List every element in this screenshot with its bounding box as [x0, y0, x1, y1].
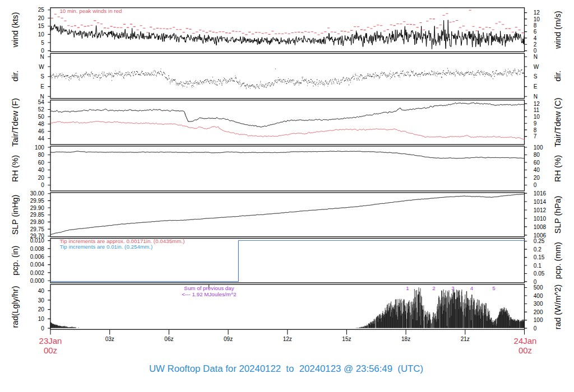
svg-text:200: 200 [534, 309, 543, 315]
svg-text:12: 12 [534, 101, 540, 107]
svg-text:pcp. (mm): pcp. (mm) [553, 242, 562, 279]
svg-text:0: 0 [534, 279, 537, 285]
svg-text:Sum of previous day: Sum of previous day [184, 285, 234, 291]
svg-text:29.75: 29.75 [30, 226, 44, 232]
svg-text:8: 8 [534, 127, 537, 133]
svg-text:20: 20 [38, 15, 45, 21]
svg-text:00z: 00z [44, 346, 57, 355]
svg-text:dir.: dir. [553, 71, 562, 82]
svg-text:54: 54 [38, 99, 45, 105]
svg-text:0.004: 0.004 [30, 262, 44, 268]
svg-text:12: 12 [534, 10, 540, 16]
svg-text:2: 2 [534, 41, 537, 48]
svg-text:SLP (inHg): SLP (inHg) [11, 195, 20, 235]
svg-text:0: 0 [534, 182, 537, 188]
svg-text:0.05: 0.05 [534, 270, 545, 277]
svg-text:0.2: 0.2 [534, 246, 541, 253]
svg-text:N: N [534, 94, 538, 100]
svg-text:0: 0 [41, 182, 44, 188]
svg-text:20: 20 [534, 175, 540, 181]
svg-text:300: 300 [534, 301, 543, 307]
svg-text:0.15: 0.15 [534, 254, 545, 260]
svg-text:10 min. peak winds in red: 10 min. peak winds in red [59, 8, 122, 14]
svg-text:N: N [534, 54, 538, 60]
svg-text:06z: 06z [164, 336, 173, 342]
svg-text:0.008: 0.008 [30, 246, 44, 252]
svg-text:0.25: 0.25 [534, 238, 545, 244]
svg-text:Tair/Tdew (C): Tair/Tdew (C) [553, 97, 562, 147]
svg-text:<--- 1.92 MJoules/m^2: <--- 1.92 MJoules/m^2 [182, 291, 236, 297]
svg-text:44: 44 [38, 136, 45, 142]
svg-text:40: 40 [38, 288, 45, 294]
svg-text:29.95: 29.95 [30, 198, 44, 204]
svg-text:W: W [534, 64, 539, 70]
svg-text:100: 100 [534, 317, 543, 323]
svg-text:50: 50 [38, 114, 45, 120]
svg-text:1014: 1014 [534, 199, 547, 205]
svg-text:Tip increments are 0.01in. (0.: Tip increments are 0.01in. (0.254mm.) [60, 244, 153, 250]
svg-text:11: 11 [534, 107, 540, 113]
svg-text:100: 100 [35, 144, 44, 151]
svg-text:80: 80 [534, 152, 540, 158]
svg-text:400: 400 [534, 293, 543, 299]
svg-text:E: E [40, 83, 44, 90]
svg-text:10: 10 [38, 316, 45, 322]
svg-text:10: 10 [38, 31, 45, 38]
svg-text:1012: 1012 [534, 207, 547, 213]
svg-text:1006: 1006 [534, 232, 547, 239]
svg-text:40: 40 [38, 167, 45, 173]
svg-text:80: 80 [38, 152, 45, 158]
svg-text:S: S [40, 73, 44, 80]
svg-text:0.000: 0.000 [30, 278, 44, 284]
svg-text:60: 60 [534, 160, 540, 166]
svg-text:0: 0 [41, 48, 44, 54]
svg-text:18z: 18z [401, 336, 410, 342]
svg-text:E: E [534, 83, 538, 90]
svg-text:0: 0 [534, 325, 537, 332]
svg-text:S: S [534, 73, 538, 80]
svg-text:0.1: 0.1 [534, 263, 541, 269]
svg-text:W: W [39, 64, 44, 70]
svg-text:100: 100 [534, 144, 543, 151]
svg-text:5: 5 [41, 40, 44, 46]
svg-text:pcp. (in): pcp. (in) [11, 246, 20, 276]
svg-text:1016: 1016 [534, 190, 547, 197]
svg-text:RH (%): RH (%) [553, 155, 562, 182]
svg-text:20: 20 [38, 306, 45, 312]
svg-text:15z: 15z [342, 336, 351, 342]
svg-text:48: 48 [38, 121, 45, 127]
svg-text:24Jan: 24Jan [514, 336, 537, 346]
svg-text:60: 60 [38, 160, 45, 166]
svg-text:3: 3 [451, 285, 455, 291]
svg-text:0: 0 [41, 325, 44, 332]
svg-text:21z: 21z [461, 336, 470, 342]
svg-text:10: 10 [534, 114, 540, 120]
svg-text:30: 30 [38, 297, 45, 304]
svg-text:29.85: 29.85 [30, 212, 44, 218]
svg-text:4: 4 [470, 285, 474, 291]
svg-text:rad (W/m^2): rad (W/m^2) [553, 284, 562, 329]
svg-text:1010: 1010 [534, 216, 547, 222]
svg-text:00z: 00z [519, 346, 532, 355]
svg-text:09z: 09z [224, 336, 233, 342]
svg-text:5: 5 [492, 285, 496, 291]
svg-text:4: 4 [534, 35, 537, 41]
svg-text:03z: 03z [105, 336, 114, 342]
svg-text:wind (m/s): wind (m/s) [553, 11, 562, 49]
svg-text:RH (%): RH (%) [11, 155, 20, 182]
svg-text:12z: 12z [283, 336, 292, 342]
svg-text:6: 6 [534, 29, 537, 35]
svg-text:23Jan: 23Jan [39, 336, 62, 346]
svg-text:15: 15 [38, 23, 45, 29]
svg-text:UW Rooftop Data for 20240122: UW Rooftop Data for 20240122 to 20240123… [149, 363, 423, 374]
svg-text:0.010: 0.010 [30, 237, 44, 244]
svg-text:wind (kts): wind (kts) [11, 12, 20, 48]
svg-text:N: N [40, 54, 44, 60]
svg-text:20: 20 [38, 175, 45, 181]
svg-text:0: 0 [534, 48, 537, 54]
svg-text:29.80: 29.80 [30, 219, 44, 225]
svg-text:0.002: 0.002 [30, 270, 44, 276]
svg-text:500: 500 [534, 284, 543, 291]
svg-text:0.006: 0.006 [30, 254, 44, 260]
svg-text:9: 9 [534, 120, 537, 127]
